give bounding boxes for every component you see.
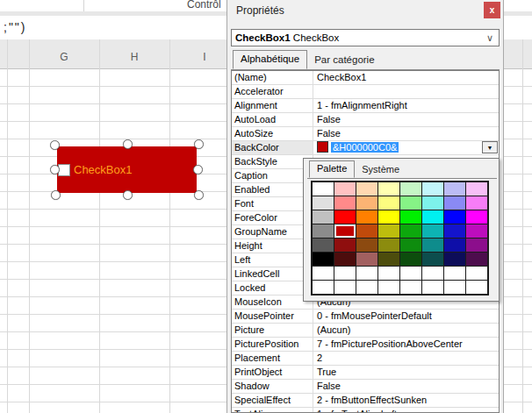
palette-color-cell[interactable]: [313, 210, 334, 224]
property-row[interactable]: AutoSizeFalse: [232, 127, 499, 141]
property-value[interactable]: [313, 85, 499, 98]
property-value[interactable]: 2: [313, 352, 499, 365]
object-selector-dropdown[interactable]: CheckBox1 CheckBox ∨: [231, 29, 500, 46]
palette-color-cell[interactable]: [378, 224, 399, 238]
backcolor-value-selected[interactable]: &H000000C0&: [331, 142, 399, 153]
palette-color-cell[interactable]: [356, 210, 377, 224]
palette-color-cell[interactable]: [356, 253, 377, 266]
palette-color-cell[interactable]: [422, 253, 443, 266]
property-value[interactable]: CheckBox1: [313, 71, 499, 84]
palette-color-cell[interactable]: [422, 210, 443, 224]
dropdown-button[interactable]: ▼: [482, 141, 498, 153]
palette-color-cell[interactable]: [313, 182, 334, 196]
palette-color-cell[interactable]: [466, 182, 487, 196]
property-value[interactable]: (Aucun): [313, 324, 499, 337]
palette-color-cell[interactable]: [313, 224, 334, 238]
palette-color-cell[interactable]: [313, 281, 334, 294]
palette-color-cell[interactable]: [400, 196, 421, 210]
palette-color-cell[interactable]: [466, 253, 487, 266]
property-row[interactable]: PrintObjectTrue: [232, 366, 499, 380]
palette-color-cell[interactable]: [422, 182, 443, 196]
property-value[interactable]: 1 - fmTextAlignLeft: [313, 408, 499, 413]
palette-color-cell[interactable]: [422, 196, 443, 210]
property-value[interactable]: 0 - fmMousePointerDefault: [313, 310, 499, 323]
palette-color-cell[interactable]: [378, 281, 399, 294]
palette-color-cell[interactable]: [313, 239, 334, 252]
palette-color-cell[interactable]: [466, 210, 487, 224]
property-value[interactable]: 7 - fmPicturePositionAboveCenter: [313, 338, 499, 351]
palette-color-cell[interactable]: [313, 253, 334, 266]
palette-color-cell[interactable]: [422, 224, 443, 238]
property-row[interactable]: PicturePosition7 - fmPicturePositionAbov…: [232, 338, 499, 352]
palette-color-cell[interactable]: [378, 210, 399, 224]
palette-color-cell[interactable]: [378, 182, 399, 196]
property-value[interactable]: False: [313, 380, 499, 393]
palette-color-cell[interactable]: [378, 196, 399, 210]
palette-color-cell[interactable]: [334, 182, 356, 196]
tab-categorized[interactable]: Par catégorie: [307, 53, 381, 68]
palette-color-cell[interactable]: [422, 239, 443, 252]
selection-handle[interactable]: [50, 140, 60, 150]
palette-color-cell[interactable]: [400, 182, 421, 196]
property-row[interactable]: AutoLoadFalse: [232, 113, 499, 127]
palette-color-cell[interactable]: [334, 210, 356, 224]
palette-color-cell[interactable]: [466, 196, 487, 210]
palette-color-cell[interactable]: [444, 182, 465, 196]
palette-color-cell[interactable]: [444, 224, 465, 238]
palette-color-cell[interactable]: [400, 267, 421, 280]
palette-color-cell[interactable]: [378, 253, 399, 266]
close-button[interactable]: x: [484, 2, 500, 18]
property-row[interactable]: MousePointer0 - fmMousePointerDefault: [232, 310, 499, 324]
palette-color-cell[interactable]: [444, 267, 465, 280]
property-row[interactable]: ShadowFalse: [232, 380, 499, 394]
property-row[interactable]: Picture(Aucun): [232, 324, 499, 338]
property-value[interactable]: &H000000C0&▼: [313, 141, 499, 154]
property-value[interactable]: False: [313, 127, 499, 140]
property-value[interactable]: 1 - fmAlignmentRight: [313, 99, 499, 112]
selection-handle[interactable]: [123, 190, 133, 200]
palette-color-cell[interactable]: [466, 267, 487, 280]
checkbox-tick-box[interactable]: [58, 164, 70, 176]
palette-color-cell[interactable]: [378, 267, 399, 280]
palette-color-cell[interactable]: [466, 239, 487, 252]
palette-color-cell[interactable]: [334, 253, 356, 266]
property-row[interactable]: Placement2: [232, 352, 499, 366]
palette-color-cell[interactable]: [400, 224, 421, 238]
palette-color-cell[interactable]: [400, 239, 421, 252]
selection-handle[interactable]: [123, 139, 133, 149]
property-row[interactable]: Accelerator: [232, 85, 499, 99]
palette-color-cell[interactable]: [466, 224, 487, 238]
property-value[interactable]: 2 - fmButtonEffectSunken: [313, 394, 499, 407]
palette-color-cell[interactable]: [378, 239, 399, 252]
palette-color-cell[interactable]: [356, 196, 377, 210]
property-row[interactable]: (Name)CheckBox1: [232, 71, 499, 85]
palette-color-cell[interactable]: [356, 267, 377, 280]
palette-color-cell[interactable]: [334, 239, 356, 252]
palette-color-cell[interactable]: [334, 196, 356, 210]
property-row[interactable]: Alignment1 - fmAlignmentRight: [232, 99, 499, 113]
palette-color-cell[interactable]: [466, 281, 487, 294]
palette-color-cell[interactable]: [444, 239, 465, 252]
column-header-G[interactable]: G: [29, 51, 99, 63]
palette-color-cell-selected[interactable]: [334, 224, 356, 238]
palette-color-cell[interactable]: [444, 196, 465, 210]
palette-color-cell[interactable]: [356, 239, 377, 252]
selection-handle[interactable]: [194, 139, 204, 149]
palette-color-cell[interactable]: [444, 210, 465, 224]
property-row[interactable]: BackColor&H000000C0&▼: [232, 141, 499, 155]
palette-color-cell[interactable]: [400, 281, 421, 294]
selection-handle[interactable]: [50, 165, 60, 174]
selection-handle[interactable]: [193, 165, 203, 174]
palette-color-cell[interactable]: [334, 267, 356, 280]
palette-color-cell[interactable]: [313, 196, 334, 210]
property-row[interactable]: SpecialEffect2 - fmButtonEffectSunken: [232, 394, 499, 408]
tab-palette[interactable]: Palette: [309, 160, 355, 178]
palette-color-cell[interactable]: [422, 267, 443, 280]
tab-system[interactable]: Système: [355, 163, 406, 177]
palette-color-cell[interactable]: [400, 253, 421, 266]
column-header-H[interactable]: H: [99, 51, 169, 63]
palette-color-cell[interactable]: [313, 267, 334, 280]
checkbox-control[interactable]: CheckBox1: [57, 146, 197, 193]
palette-color-cell[interactable]: [356, 281, 377, 294]
palette-color-cell[interactable]: [400, 210, 421, 224]
